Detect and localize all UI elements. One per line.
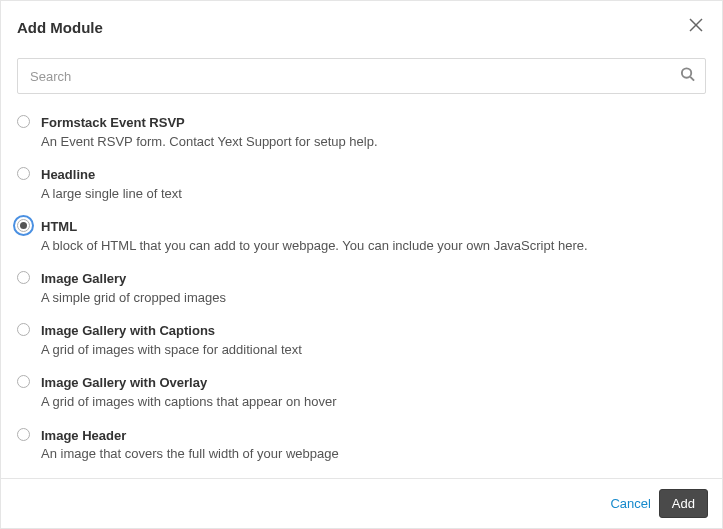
add-module-dialog: Add Module Formstack Event RSVPAn Event …	[0, 0, 723, 529]
module-option[interactable]: Image HeaderAn image that covers the ful…	[17, 419, 706, 471]
search-container	[1, 50, 722, 102]
module-title: Image Gallery	[41, 270, 706, 288]
cancel-button[interactable]: Cancel	[606, 490, 654, 517]
radio-col	[17, 166, 41, 180]
radio-col	[17, 114, 41, 128]
module-description: An Event RSVP form. Contact Yext Support…	[41, 133, 706, 151]
module-title: Image Header	[41, 427, 706, 445]
module-text: Formstack Event RSVPAn Event RSVP form. …	[41, 114, 706, 150]
module-title: Formstack Event RSVP	[41, 114, 706, 132]
radio-icon[interactable]	[17, 428, 30, 441]
module-description: A grid of images with space for addition…	[41, 341, 706, 359]
radio-icon[interactable]	[17, 219, 30, 232]
module-description: A grid of images with captions that appe…	[41, 393, 706, 411]
module-title: Image Gallery with Captions	[41, 322, 706, 340]
module-title: Image Gallery with Overlay	[41, 374, 706, 392]
module-text: Image Gallery with OverlayA grid of imag…	[41, 374, 706, 410]
module-description: A large single line of text	[41, 185, 706, 203]
dialog-header: Add Module	[1, 1, 722, 50]
radio-icon[interactable]	[17, 323, 30, 336]
radio-col	[17, 322, 41, 336]
module-text: HTMLA block of HTML that you can add to …	[41, 218, 706, 254]
module-option[interactable]: Image with Bulleted ListA bulleted text …	[17, 471, 706, 478]
close-button[interactable]	[684, 13, 708, 37]
dialog-title: Add Module	[17, 19, 674, 36]
search-icon	[680, 67, 695, 86]
module-option[interactable]: Image Gallery with OverlayA grid of imag…	[17, 366, 706, 418]
add-button[interactable]: Add	[659, 489, 708, 518]
module-description: An image that covers the full width of y…	[41, 445, 706, 463]
radio-col	[17, 218, 41, 232]
radio-icon[interactable]	[17, 167, 30, 180]
module-description: A simple grid of cropped images	[41, 289, 706, 307]
module-text: Image Gallery with CaptionsA grid of ima…	[41, 322, 706, 358]
radio-icon[interactable]	[17, 271, 30, 284]
module-text: Image HeaderAn image that covers the ful…	[41, 427, 706, 463]
svg-point-2	[682, 68, 691, 77]
svg-line-3	[690, 77, 694, 81]
module-text: Image GalleryA simple grid of cropped im…	[41, 270, 706, 306]
radio-icon[interactable]	[17, 115, 30, 128]
close-icon	[688, 17, 704, 33]
module-list: Formstack Event RSVPAn Event RSVP form. …	[1, 102, 722, 478]
module-title: Headline	[41, 166, 706, 184]
radio-col	[17, 374, 41, 388]
module-text: HeadlineA large single line of text	[41, 166, 706, 202]
radio-col	[17, 427, 41, 441]
module-title: HTML	[41, 218, 706, 236]
search-box	[17, 58, 706, 94]
module-option[interactable]: Image GalleryA simple grid of cropped im…	[17, 262, 706, 314]
dialog-footer: Cancel Add	[1, 478, 722, 528]
module-option[interactable]: HTMLA block of HTML that you can add to …	[17, 210, 706, 262]
module-option[interactable]: Image Gallery with CaptionsA grid of ima…	[17, 314, 706, 366]
module-description: A block of HTML that you can add to your…	[41, 237, 706, 255]
radio-icon[interactable]	[17, 375, 30, 388]
search-input[interactable]	[18, 59, 705, 93]
module-option[interactable]: HeadlineA large single line of text	[17, 158, 706, 210]
module-option[interactable]: Formstack Event RSVPAn Event RSVP form. …	[17, 106, 706, 158]
radio-col	[17, 270, 41, 284]
